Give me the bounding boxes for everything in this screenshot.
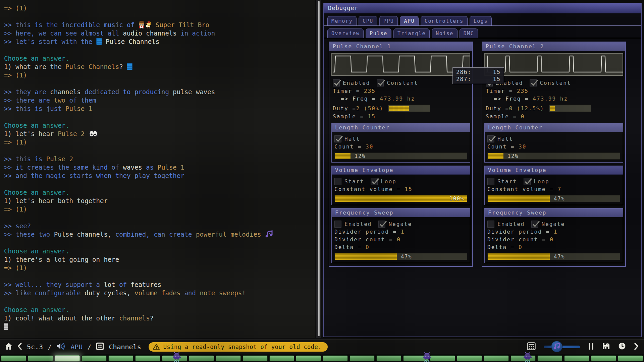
tab-overview[interactable]: Overview (327, 28, 364, 38)
terminal-text: of them (65, 97, 96, 104)
checkbox-enabled[interactable] (333, 79, 340, 86)
pause-button[interactable] (588, 343, 594, 351)
checkbox-negate[interactable] (378, 221, 385, 228)
duty-cell (560, 106, 565, 111)
channel-flags: Enabled Constant (329, 78, 472, 88)
slider-knob[interactable] (551, 341, 562, 352)
save-button[interactable] (602, 343, 610, 351)
checkbox-halt[interactable] (334, 135, 341, 142)
checkbox-start[interactable] (487, 178, 494, 185)
terminal-line: >> like configurable duty cycles, volume… (4, 289, 315, 297)
home-button[interactable] (5, 343, 13, 351)
checkbox-enabled[interactable] (334, 221, 341, 228)
tab-pulse[interactable]: Pulse (366, 28, 391, 38)
progress-segment[interactable] (457, 355, 482, 361)
progress-segment[interactable] (296, 355, 321, 361)
terminal-text: 1) what are the (4, 63, 65, 70)
tab-memory[interactable]: Memory (327, 16, 357, 25)
progress-segment[interactable] (55, 355, 80, 361)
terminal-text: ? (150, 314, 154, 322)
terminal-text: volume fades (135, 289, 180, 297)
tab-apu[interactable]: APU (400, 16, 419, 25)
progress-segment[interactable] (376, 355, 401, 361)
progress-segment[interactable] (537, 355, 562, 361)
calculator-button[interactable] (527, 342, 536, 352)
progress-segment[interactable] (564, 355, 589, 361)
primary-tabs-wrap: MemoryCPUPPUAPUControllersLogs (324, 13, 641, 26)
progress-segment[interactable] (484, 355, 509, 361)
checkbox-constant[interactable] (377, 79, 384, 86)
tab-controllers[interactable]: Controllers (421, 16, 468, 25)
checkbox-label: Constant (540, 80, 571, 86)
level-progress-bar (0, 355, 644, 362)
terminal-text: note sweeps! (200, 289, 246, 297)
progress-segment[interactable] (135, 355, 160, 361)
terminal-text: 1) there's a lot going on here (4, 256, 119, 263)
terminal-text: Pulse channels, (54, 231, 112, 238)
terminal-text: >> these two (4, 231, 54, 238)
tab-noise[interactable]: Noise (432, 28, 458, 38)
tab-dmc[interactable]: DMC (460, 28, 478, 38)
debugger-titlebar[interactable]: Debugger (324, 3, 641, 13)
checkbox-negate[interactable] (531, 221, 538, 228)
channels-icon (96, 342, 104, 352)
terminal-text (131, 289, 135, 297)
bottom-toolbar: 5c.3 / APU / Channels Using a read-only … (0, 339, 644, 354)
tab-triangle[interactable]: Triangle (393, 28, 430, 38)
progress-segment[interactable] (323, 355, 348, 361)
progress-segment[interactable] (216, 355, 241, 361)
checkbox-label: Start (497, 178, 517, 185)
terminal-line: => (1) (4, 71, 315, 79)
forward-button[interactable] (634, 343, 639, 351)
apu-breadcrumb[interactable]: APU (70, 343, 83, 351)
back-button[interactable] (17, 343, 22, 351)
progress-segment[interactable] (189, 355, 214, 361)
progress-segment[interactable] (28, 355, 53, 361)
progress-segment[interactable] (350, 355, 375, 361)
history-clock-button[interactable] (618, 342, 626, 351)
terminal-scrollbar[interactable] (316, 0, 321, 338)
progress-segment[interactable] (591, 355, 616, 361)
tab-cpu[interactable]: CPU (359, 16, 377, 25)
duty-cell (575, 106, 580, 111)
terminal-text: >> it creates the same kind of (4, 164, 123, 171)
channels-breadcrumb[interactable]: Channels (109, 343, 141, 351)
tab-ppu[interactable]: PPU (379, 16, 398, 25)
progress-segment[interactable] (82, 355, 107, 361)
scrollbar-thumb[interactable] (318, 1, 320, 336)
music-volume-slider[interactable] (544, 346, 580, 348)
checkbox-label: Negate (541, 221, 565, 227)
checkbox-loop[interactable] (524, 178, 531, 185)
progress-segment[interactable] (618, 355, 643, 361)
checkbox-halt[interactable] (487, 135, 494, 142)
music-note-icon (553, 343, 560, 350)
progress-segment[interactable] (243, 355, 268, 361)
checkbox-constant[interactable] (530, 79, 537, 86)
checkbox-enabled[interactable] (487, 221, 494, 228)
progress-segment[interactable] (269, 355, 294, 361)
terminal-line (4, 12, 315, 21)
terminal-text: Pulse 1 (158, 164, 184, 171)
terminal-text: Super Tilt Bro (152, 21, 209, 28)
duty-cell (419, 106, 424, 111)
checkbox-label: Halt (497, 136, 513, 142)
progress-segment[interactable] (511, 355, 536, 361)
terminal-line (4, 322, 315, 331)
progress-segment[interactable] (430, 355, 455, 361)
enemy-sprite (423, 352, 431, 362)
terminal-text: >> let's start with the (4, 38, 96, 45)
terminal-text: >> they are (4, 88, 50, 96)
progress-segment[interactable] (108, 355, 133, 361)
section-flags: Enabled Negate (487, 219, 620, 229)
terminal-panel: => (1)>> this is the incredible music of… (0, 0, 315, 338)
gauge-label: 47% (554, 254, 565, 260)
terminal-text: Pulse 1 (65, 105, 92, 112)
tab-logs[interactable]: Logs (470, 16, 492, 25)
checkbox-loop[interactable] (371, 178, 378, 185)
duty-cycle-cells (388, 105, 430, 112)
value-row: Constant volume = 15 (334, 186, 467, 194)
value-row: Divider period = 1 (487, 229, 620, 236)
checkbox-start[interactable] (334, 178, 341, 185)
speaker-icon[interactable] (56, 343, 66, 351)
progress-segment[interactable] (1, 355, 26, 361)
